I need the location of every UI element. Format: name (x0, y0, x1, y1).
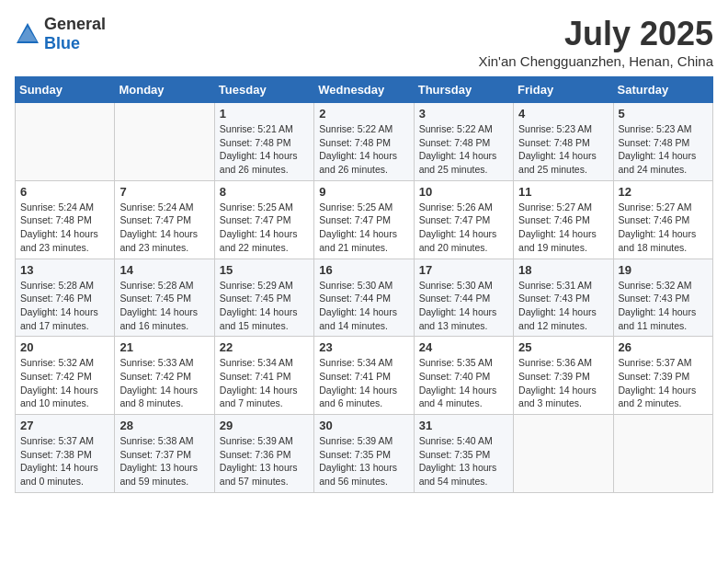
day-detail: Sunrise: 5:38 AM Sunset: 7:37 PM Dayligh… (119, 434, 209, 488)
day-detail: Sunrise: 5:37 AM Sunset: 7:39 PM Dayligh… (619, 356, 708, 410)
day-number: 1 (220, 107, 309, 121)
day-number: 26 (619, 340, 708, 354)
calendar-cell (613, 415, 712, 493)
logo: General Blue (15, 15, 106, 53)
calendar-cell: 31Sunrise: 5:40 AM Sunset: 7:35 PM Dayli… (414, 415, 513, 493)
calendar-cell: 16Sunrise: 5:30 AM Sunset: 7:44 PM Dayli… (314, 259, 414, 337)
calendar-cell: 14Sunrise: 5:28 AM Sunset: 7:45 PM Dayli… (115, 259, 214, 337)
calendar-cell: 29Sunrise: 5:39 AM Sunset: 7:36 PM Dayli… (214, 415, 313, 493)
day-detail: Sunrise: 5:29 AM Sunset: 7:45 PM Dayligh… (220, 279, 309, 333)
day-number: 6 (20, 185, 109, 199)
day-number: 12 (619, 185, 708, 199)
logo-general: General (44, 15, 106, 33)
day-detail: Sunrise: 5:40 AM Sunset: 7:35 PM Dayligh… (419, 434, 508, 488)
calendar-week-row: 1Sunrise: 5:21 AM Sunset: 7:48 PM Daylig… (16, 103, 713, 181)
day-detail: Sunrise: 5:26 AM Sunset: 7:47 PM Dayligh… (419, 201, 508, 255)
day-number: 28 (119, 419, 209, 432)
logo-text: General Blue (44, 15, 106, 53)
day-header: Thursday (414, 77, 513, 103)
day-number: 16 (319, 263, 408, 277)
calendar-cell (115, 103, 214, 181)
day-number: 30 (319, 419, 408, 432)
day-number: 31 (419, 419, 508, 432)
day-number: 29 (220, 419, 309, 432)
calendar-cell: 5Sunrise: 5:23 AM Sunset: 7:48 PM Daylig… (613, 103, 712, 181)
day-detail: Sunrise: 5:25 AM Sunset: 7:47 PM Dayligh… (220, 201, 309, 255)
day-detail: Sunrise: 5:32 AM Sunset: 7:42 PM Dayligh… (20, 356, 109, 410)
calendar-cell: 7Sunrise: 5:24 AM Sunset: 7:47 PM Daylig… (115, 180, 214, 259)
calendar-week-row: 6Sunrise: 5:24 AM Sunset: 7:48 PM Daylig… (16, 180, 713, 259)
day-number: 15 (220, 263, 309, 277)
calendar-cell: 19Sunrise: 5:32 AM Sunset: 7:43 PM Dayli… (613, 259, 712, 337)
day-number: 25 (518, 340, 608, 354)
calendar-cell: 27Sunrise: 5:37 AM Sunset: 7:38 PM Dayli… (16, 415, 115, 493)
calendar-cell: 25Sunrise: 5:36 AM Sunset: 7:39 PM Dayli… (514, 337, 613, 415)
day-number: 3 (419, 107, 508, 121)
day-number: 18 (518, 263, 608, 277)
day-number: 20 (20, 340, 109, 354)
day-header: Wednesday (314, 77, 414, 103)
calendar-cell: 11Sunrise: 5:27 AM Sunset: 7:46 PM Dayli… (514, 180, 613, 259)
day-detail: Sunrise: 5:22 AM Sunset: 7:48 PM Dayligh… (319, 122, 408, 177)
svg-marker-1 (18, 27, 37, 41)
calendar-cell: 3Sunrise: 5:22 AM Sunset: 7:48 PM Daylig… (414, 103, 513, 181)
day-detail: Sunrise: 5:25 AM Sunset: 7:47 PM Dayligh… (319, 201, 408, 255)
calendar-table: SundayMondayTuesdayWednesdayThursdayFrid… (15, 76, 713, 493)
calendar-header-row: SundayMondayTuesdayWednesdayThursdayFrid… (16, 77, 713, 103)
day-number: 9 (319, 185, 408, 199)
calendar-cell: 9Sunrise: 5:25 AM Sunset: 7:47 PM Daylig… (314, 180, 414, 259)
day-detail: Sunrise: 5:34 AM Sunset: 7:41 PM Dayligh… (220, 356, 309, 410)
calendar-cell: 8Sunrise: 5:25 AM Sunset: 7:47 PM Daylig… (214, 180, 313, 259)
day-detail: Sunrise: 5:23 AM Sunset: 7:48 PM Dayligh… (619, 122, 708, 177)
day-number: 2 (319, 107, 408, 121)
day-number: 13 (20, 263, 109, 277)
calendar-cell: 2Sunrise: 5:22 AM Sunset: 7:48 PM Daylig… (314, 103, 414, 181)
day-detail: Sunrise: 5:33 AM Sunset: 7:42 PM Dayligh… (119, 356, 209, 410)
title-block: July 2025 Xin'an Chengguanzhen, Henan, C… (478, 15, 713, 69)
calendar-week-row: 13Sunrise: 5:28 AM Sunset: 7:46 PM Dayli… (16, 259, 713, 337)
calendar-cell: 30Sunrise: 5:39 AM Sunset: 7:35 PM Dayli… (314, 415, 414, 493)
calendar-cell: 1Sunrise: 5:21 AM Sunset: 7:48 PM Daylig… (214, 103, 313, 181)
day-detail: Sunrise: 5:32 AM Sunset: 7:43 PM Dayligh… (619, 279, 708, 333)
calendar-cell (514, 415, 613, 493)
calendar-cell: 28Sunrise: 5:38 AM Sunset: 7:37 PM Dayli… (115, 415, 214, 493)
page-header: General Blue July 2025 Xin'an Chengguanz… (15, 15, 713, 69)
calendar-cell: 24Sunrise: 5:35 AM Sunset: 7:40 PM Dayli… (414, 337, 513, 415)
day-number: 10 (419, 185, 508, 199)
day-detail: Sunrise: 5:39 AM Sunset: 7:35 PM Dayligh… (319, 434, 408, 488)
day-detail: Sunrise: 5:27 AM Sunset: 7:46 PM Dayligh… (619, 201, 708, 255)
day-detail: Sunrise: 5:22 AM Sunset: 7:48 PM Dayligh… (419, 122, 508, 177)
day-detail: Sunrise: 5:37 AM Sunset: 7:38 PM Dayligh… (20, 434, 109, 488)
calendar-cell: 12Sunrise: 5:27 AM Sunset: 7:46 PM Dayli… (613, 180, 712, 259)
day-detail: Sunrise: 5:21 AM Sunset: 7:48 PM Dayligh… (220, 122, 309, 177)
day-header: Saturday (613, 77, 712, 103)
calendar-cell: 17Sunrise: 5:30 AM Sunset: 7:44 PM Dayli… (414, 259, 513, 337)
calendar-week-row: 27Sunrise: 5:37 AM Sunset: 7:38 PM Dayli… (16, 415, 713, 493)
day-header: Monday (115, 77, 214, 103)
day-detail: Sunrise: 5:30 AM Sunset: 7:44 PM Dayligh… (419, 279, 508, 333)
day-number: 21 (119, 340, 209, 354)
day-detail: Sunrise: 5:35 AM Sunset: 7:40 PM Dayligh… (419, 356, 508, 410)
calendar-cell: 26Sunrise: 5:37 AM Sunset: 7:39 PM Dayli… (613, 337, 712, 415)
calendar-cell: 21Sunrise: 5:33 AM Sunset: 7:42 PM Dayli… (115, 337, 214, 415)
logo-blue: Blue (44, 34, 80, 52)
day-number: 8 (220, 185, 309, 199)
day-detail: Sunrise: 5:34 AM Sunset: 7:41 PM Dayligh… (319, 356, 408, 410)
day-detail: Sunrise: 5:28 AM Sunset: 7:46 PM Dayligh… (20, 279, 109, 333)
day-detail: Sunrise: 5:28 AM Sunset: 7:45 PM Dayligh… (119, 279, 209, 333)
calendar-week-row: 20Sunrise: 5:32 AM Sunset: 7:42 PM Dayli… (16, 337, 713, 415)
day-header: Tuesday (214, 77, 313, 103)
day-detail: Sunrise: 5:36 AM Sunset: 7:39 PM Dayligh… (518, 356, 608, 410)
day-number: 19 (619, 263, 708, 277)
main-title: July 2025 (478, 15, 713, 53)
day-number: 22 (220, 340, 309, 354)
calendar-cell: 23Sunrise: 5:34 AM Sunset: 7:41 PM Dayli… (314, 337, 414, 415)
day-detail: Sunrise: 5:27 AM Sunset: 7:46 PM Dayligh… (518, 201, 608, 255)
day-number: 14 (119, 263, 209, 277)
calendar-cell: 10Sunrise: 5:26 AM Sunset: 7:47 PM Dayli… (414, 180, 513, 259)
day-detail: Sunrise: 5:24 AM Sunset: 7:48 PM Dayligh… (20, 201, 109, 255)
calendar-cell: 18Sunrise: 5:31 AM Sunset: 7:43 PM Dayli… (514, 259, 613, 337)
day-number: 7 (119, 185, 209, 199)
subtitle: Xin'an Chengguanzhen, Henan, China (478, 53, 713, 69)
day-detail: Sunrise: 5:30 AM Sunset: 7:44 PM Dayligh… (319, 279, 408, 333)
